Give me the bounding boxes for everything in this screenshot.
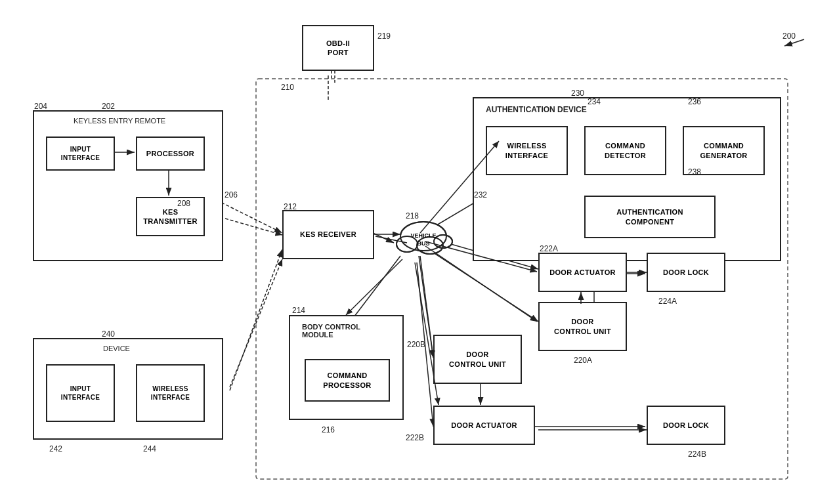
ref-224b: 224B	[688, 450, 706, 459]
vehicle-bus: VEHICLE BUS	[394, 217, 453, 272]
ref-204: 204	[34, 102, 47, 111]
obd-line	[332, 71, 338, 84]
svg-line-14	[230, 249, 282, 390]
svg-text:VEHICLE: VEHICLE	[410, 232, 436, 239]
auth-device-label: AUTHENTICATION DEVICE	[486, 105, 587, 114]
keyless-entry-remote-label: KEYLESS ENTRY REMOTE	[74, 117, 165, 125]
ref-206: 206	[225, 190, 238, 200]
ref-220b: 220B	[407, 340, 425, 349]
ref-244: 244	[143, 444, 156, 453]
ref-210: 210	[281, 83, 294, 92]
device-outer: DEVICE INPUTINTERFACE WIRELESSINTERFACE	[33, 338, 223, 440]
device-label: DEVICE	[103, 345, 130, 352]
ref-214: 214	[292, 306, 305, 315]
ref-216: 216	[322, 425, 335, 434]
door-actuator-b: DOOR ACTUATOR	[433, 406, 535, 445]
obd-ii-port: OBD-IIPORT	[302, 25, 374, 71]
svg-line-4	[373, 233, 394, 243]
kes-transmitter: KESTRANSMITTER	[136, 197, 205, 236]
ref-230: 230	[571, 89, 584, 98]
input-interface-1: INPUTINTERFACE	[46, 136, 115, 171]
svg-line-45	[225, 219, 282, 235]
command-processor: COMMANDPROCESSOR	[305, 359, 390, 402]
ref-238: 238	[688, 167, 701, 177]
ref-236: 236	[688, 97, 701, 106]
wireless-interface-device: WIRELESSINTERFACE	[136, 364, 205, 422]
svg-text:BUS: BUS	[417, 240, 429, 247]
ref-240: 240	[102, 329, 115, 339]
svg-line-15	[217, 200, 282, 233]
body-control-module: BODY CONTROLMODULE COMMANDPROCESSOR	[289, 315, 404, 420]
ref-212: 212	[284, 202, 297, 211]
authentication-device-outer: AUTHENTICATION DEVICE WIRELESSINTERFACE …	[473, 97, 781, 261]
command-detector: COMMANDDETECTOR	[584, 126, 666, 175]
arrow-200	[781, 36, 807, 49]
svg-line-17	[784, 39, 804, 46]
ref-218: 218	[406, 211, 419, 220]
ref-219: 219	[377, 32, 391, 41]
ref-234: 234	[588, 97, 601, 106]
door-actuator-a: DOOR ACTUATOR	[538, 253, 627, 292]
ref-222a: 222A	[540, 244, 558, 253]
ref-202: 202	[102, 102, 115, 111]
wireless-interface-auth: WIRELESSINTERFACE	[486, 126, 568, 175]
door-control-unit-b: DOORCONTROL UNIT	[433, 335, 522, 384]
bcm-label: BODY CONTROLMODULE	[302, 323, 360, 339]
dactuatorb-to-dlockb	[535, 423, 650, 430]
door-control-unit-a: DOORCONTROL UNIT	[538, 302, 627, 351]
kes-receiver: KES RECEIVER	[282, 210, 374, 259]
door-lock-b: DOOR LOCK	[647, 406, 725, 445]
ref-208: 208	[177, 199, 190, 208]
ref-220a: 220A	[574, 356, 592, 365]
keyless-entry-remote-outer: KEYLESS ENTRY REMOTE INPUTINTERFACE PROC…	[33, 110, 223, 261]
diagram: 200 KEYLESS ENTRY REMOTE INPUTINTERFACE …	[0, 0, 814, 504]
authentication-component: AUTHENTICATIONCOMPONENT	[584, 196, 716, 238]
ref-232: 232	[474, 190, 487, 200]
svg-line-46	[230, 259, 282, 387]
input-interface-2: INPUTINTERFACE	[46, 364, 115, 422]
ref-224a: 224A	[658, 297, 677, 306]
processor: PROCESSOR	[136, 136, 205, 171]
ref-222b: 222B	[406, 433, 424, 442]
door-lock-a: DOOR LOCK	[647, 253, 725, 292]
ref-242: 242	[49, 444, 62, 453]
